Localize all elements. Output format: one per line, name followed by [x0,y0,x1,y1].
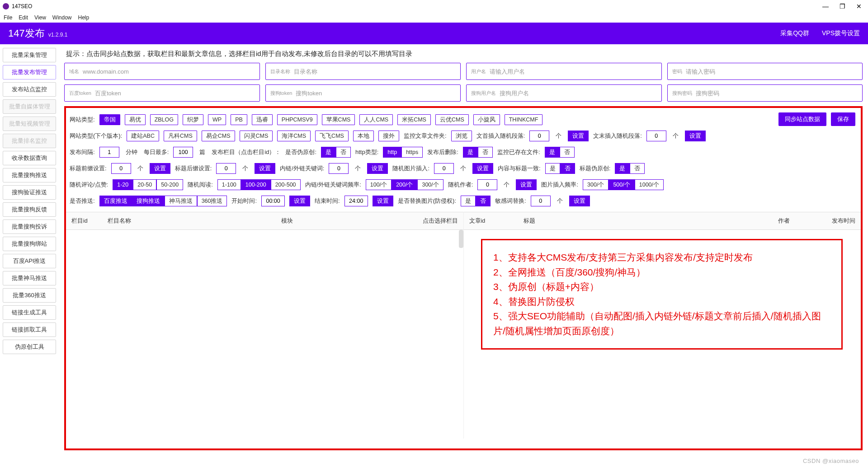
random-author-input[interactable] [477,179,497,190]
random-comment-opt-0[interactable]: 1-20 [113,179,133,190]
site-type-WP[interactable]: WP [208,114,226,125]
scrollbar-thumb[interactable] [459,230,463,248]
image-freq-opt-0[interactable]: 300/个 [583,179,609,190]
sidebar-item-15[interactable]: 链接生成工具 [3,305,56,320]
random-image-input[interactable] [434,163,454,174]
nextver-易企CMS[interactable]: 易企CMS [202,131,235,141]
nextver-建站ABC[interactable]: 建站ABC [127,131,159,141]
nextver-搜外[interactable]: 搜外 [378,131,399,141]
sidebar-item-8[interactable]: 搜狗验证推送 [3,185,56,200]
save-button[interactable]: 保存 [831,112,855,126]
replace-img-yes[interactable]: 是 [461,196,476,206]
end-time-input[interactable] [344,196,368,206]
prefix-rand-set[interactable]: 设置 [568,131,589,141]
site-type-THINKCMF[interactable]: THINKCMF [505,114,543,125]
random-read-opt-1[interactable]: 100-200 [241,179,271,190]
http-option[interactable]: http [383,147,401,158]
title-pseudo-yes[interactable]: 是 [615,163,630,174]
site-type-PHPCMSV9[interactable]: PHPCMSV9 [277,114,317,125]
title-suffix-set-button[interactable]: 设置 [255,163,275,174]
random-comment-opt-2[interactable]: 50-200 [156,179,183,190]
replace-img-no[interactable]: 否 [476,196,491,206]
push-3[interactable]: 360推送 [197,196,227,206]
link-freq-opt-2[interactable]: 300/个 [417,179,443,190]
maximize-button[interactable]: ❐ [840,3,845,10]
close-button[interactable]: ✕ [856,3,862,10]
sidebar-item-13[interactable]: 批量神马推送 [3,271,56,285]
site-type-迅睿[interactable]: 迅睿 [252,114,273,125]
site-type-云优CMS[interactable]: 云优CMS [435,114,469,125]
menu-edit[interactable]: Edit [19,14,28,21]
sidebar-item-12[interactable]: 百度API推送 [3,254,56,268]
minimize-button[interactable]: — [822,3,829,10]
sidebar-item-9[interactable]: 批量搜狗反馈 [3,202,56,217]
text-input[interactable] [95,90,255,97]
sidebar-item-0[interactable]: 批量采集管理 [3,48,56,62]
sensitive-set-button[interactable]: 设置 [569,196,590,206]
sidebar-item-17[interactable]: 伪原创工具 [3,340,56,354]
start-time-set-button[interactable]: 设置 [289,196,310,206]
browse-button[interactable]: 浏览 [451,131,472,141]
delete-no[interactable]: 否 [478,147,493,158]
random-read-opt-0[interactable]: 1-100 [217,179,241,190]
push-2[interactable]: 神马推送 [165,196,197,206]
text-input[interactable] [83,68,255,75]
random-comment-opt-1[interactable]: 20-50 [133,179,156,190]
nextver-凡科CMS[interactable]: 凡科CMS [164,131,197,141]
image-freq-opt-2[interactable]: 1000/个 [635,179,664,190]
site-type-人人CMS[interactable]: 人人CMS [359,114,393,125]
text-input[interactable] [490,68,657,75]
site-type-PB[interactable]: PB [231,114,247,125]
menu-window[interactable]: Window [52,14,72,21]
title-pseudo-no[interactable]: 否 [630,163,645,174]
sidebar-item-7[interactable]: 批量搜狗推送 [3,168,56,182]
daily-input[interactable] [173,147,193,158]
link-vps-settings[interactable]: VPS拨号设置 [822,29,860,37]
sidebar-item-11[interactable]: 批量搜狗绑站 [3,237,56,251]
sidebar-item-2[interactable]: 发布站点监控 [3,82,56,97]
title-prefix-input[interactable] [111,163,131,174]
content-title-yes[interactable]: 是 [545,163,560,174]
nextver-飞飞CMS[interactable]: 飞飞CMS [315,131,349,141]
pseudo-yes[interactable]: 是 [321,147,336,158]
menu-view[interactable]: View [34,14,46,21]
title-prefix-set-button[interactable]: 设置 [150,163,170,174]
title-suffix-input[interactable] [216,163,236,174]
content-title-no[interactable]: 否 [560,163,575,174]
end-time-set-button[interactable]: 设置 [373,196,393,206]
suffix-rand-set[interactable]: 设置 [685,131,706,141]
sync-site-data-button[interactable]: 同步站点数据 [778,112,826,126]
text-input[interactable] [696,90,858,97]
suffix-rand-input[interactable] [646,131,666,141]
start-time-input[interactable] [261,196,285,206]
push-0[interactable]: 百度推送 [99,196,132,206]
https-option[interactable]: https [401,147,423,158]
image-freq-opt-1[interactable]: 500/个 [609,179,634,190]
nextver-海洋CMS[interactable]: 海洋CMS [277,131,311,141]
prefix-rand-input[interactable] [529,131,549,141]
sidebar-item-6[interactable]: 收录数据查询 [3,151,56,165]
site-type-帝国[interactable]: 帝国 [99,114,120,125]
site-type-易优[interactable]: 易优 [125,114,146,125]
delete-yes[interactable]: 是 [463,147,478,158]
menu-file[interactable]: File [4,14,12,21]
text-input[interactable] [294,68,456,75]
sidebar-item-10[interactable]: 批量搜狗投诉 [3,219,56,234]
interval-input[interactable] [99,147,119,158]
site-type-米拓CMS[interactable]: 米拓CMS [397,114,431,125]
link-keyword-input[interactable] [329,163,349,174]
random-image-set-button[interactable]: 设置 [472,163,493,174]
menu-help[interactable]: Help [78,14,90,21]
push-1[interactable]: 搜狗推送 [132,196,165,206]
monitor-exist-yes[interactable]: 是 [545,147,560,158]
text-input[interactable] [500,90,657,97]
sidebar-item-1[interactable]: 批量发布管理 [3,65,56,79]
link-freq-opt-0[interactable]: 100/个 [366,179,392,190]
nextver-本地[interactable]: 本地 [353,131,374,141]
pseudo-no[interactable]: 否 [336,147,351,158]
text-input[interactable] [686,68,858,75]
random-author-set-button[interactable]: 设置 [516,179,537,190]
random-read-opt-2[interactable]: 200-500 [271,179,301,190]
sidebar-item-14[interactable]: 批量360推送 [3,288,56,303]
site-type-织梦[interactable]: 织梦 [183,114,203,125]
